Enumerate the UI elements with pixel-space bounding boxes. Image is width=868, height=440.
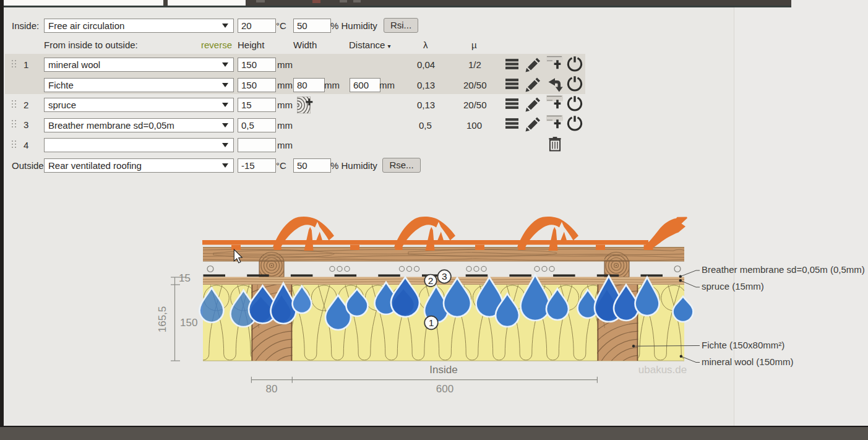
svg-text:150: 150 (180, 317, 197, 329)
svg-text:2: 2 (428, 275, 434, 286)
svg-text:600: 600 (436, 383, 453, 395)
svg-text:mineral wool (150mm): mineral wool (150mm) (702, 356, 793, 367)
svg-text:3: 3 (442, 271, 447, 282)
svg-text:Fichte (150x80mm²): Fichte (150x80mm²) (702, 340, 784, 350)
svg-text:Breather membrane sd=0,05m (0,: Breather membrane sd=0,05m (0,5mm) (702, 264, 865, 275)
svg-text:Inside: Inside (429, 364, 457, 376)
svg-text:ubakus.de: ubakus.de (638, 364, 687, 376)
svg-text:1: 1 (429, 317, 434, 328)
svg-text:165,5: 165,5 (157, 306, 168, 333)
svg-text:15: 15 (179, 272, 191, 284)
svg-text:80: 80 (266, 383, 278, 395)
svg-text:spruce (15mm): spruce (15mm) (702, 281, 764, 291)
